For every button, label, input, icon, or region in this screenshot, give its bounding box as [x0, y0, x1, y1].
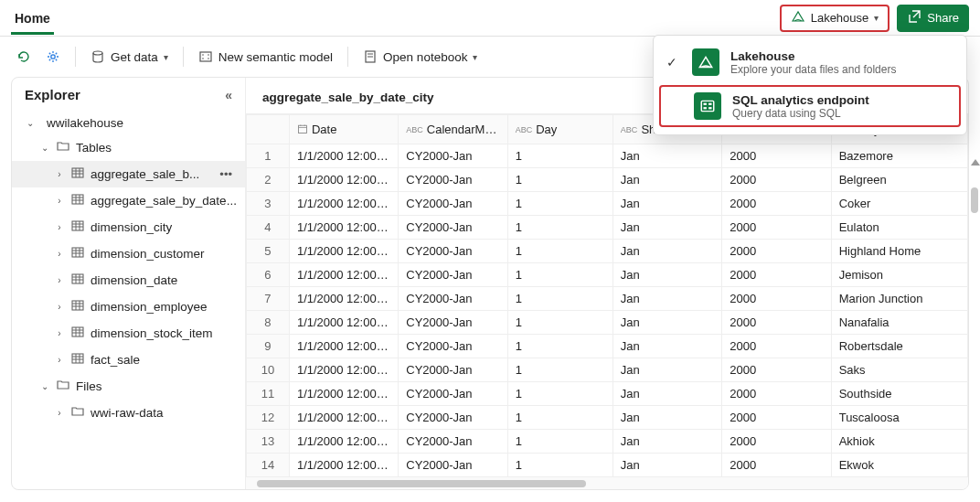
- caret-icon: ›: [54, 196, 65, 206]
- cell: CY2000-Jan: [399, 311, 507, 335]
- cell: Jan: [612, 406, 721, 430]
- cell: 1: [507, 430, 612, 454]
- tree-label: dimension_city: [91, 220, 172, 234]
- cell: 1/1/2000 12:00:0...: [289, 216, 398, 240]
- settings-button[interactable]: [46, 49, 60, 64]
- cell: CY2000-Jan: [399, 358, 507, 382]
- tree-label: Files: [76, 379, 102, 393]
- table-row[interactable]: 101/1/2000 12:00:0...CY2000-Jan1Jan2000S…: [247, 358, 968, 382]
- vertical-scrollbar[interactable]: [971, 159, 978, 269]
- table-row[interactable]: 131/1/2000 12:00:0...CY2000-Jan1Jan2000A…: [247, 430, 968, 454]
- refresh-button[interactable]: [16, 49, 31, 64]
- svg-rect-30: [72, 248, 83, 257]
- scroll-thumb[interactable]: [971, 187, 978, 213]
- row-number: 8: [247, 311, 290, 335]
- svg-point-5: [51, 55, 55, 59]
- cell: 2000: [722, 382, 831, 406]
- cell: Jan: [612, 430, 721, 454]
- row-number: 7: [247, 287, 290, 311]
- cell: 1/1/2000 12:00:0...: [289, 335, 398, 358]
- table-row[interactable]: 21/1/2000 12:00:0...CY2000-Jan1Jan2000Be…: [247, 168, 968, 192]
- cell: 1: [507, 287, 612, 311]
- svg-rect-40: [72, 301, 83, 310]
- table-row[interactable]: 41/1/2000 12:00:0...CY2000-Jan1Jan2000Eu…: [247, 216, 968, 240]
- table-row[interactable]: 81/1/2000 12:00:0...CY2000-Jan1Jan2000Na…: [247, 311, 968, 335]
- collapse-sidebar-button[interactable]: «: [225, 88, 232, 102]
- rownum-header: [247, 115, 290, 144]
- caret-icon: ⌄: [39, 381, 50, 391]
- table-row[interactable]: 71/1/2000 12:00:0...CY2000-Jan1Jan2000Ma…: [247, 287, 968, 311]
- table-row[interactable]: 11/1/2000 12:00:0...CY2000-Jan1Jan2000Ba…: [247, 144, 968, 168]
- dropdown-item-sql-endpoint[interactable]: SQL analytics endpoint Query data using …: [659, 85, 961, 127]
- cell: Akhiok: [831, 430, 967, 454]
- tree-label: Tables: [76, 141, 112, 155]
- column-header[interactable]: abcCalendarMo...: [399, 115, 507, 144]
- sql-tile-icon: [694, 92, 721, 120]
- table-row[interactable]: 111/1/2000 12:00:0...CY2000-Jan1Jan2000S…: [247, 382, 968, 406]
- tree-item[interactable]: ›fact_sale: [12, 347, 245, 373]
- table-row[interactable]: 91/1/2000 12:00:0...CY2000-Jan1Jan2000Ro…: [247, 335, 968, 358]
- cell: 1: [507, 311, 612, 335]
- column-header[interactable]: Date: [289, 115, 398, 144]
- tree-label: dimension_date: [91, 273, 177, 287]
- tree-item[interactable]: ›aggregate_sale_by_date...: [12, 187, 245, 214]
- svg-rect-55: [298, 125, 306, 133]
- tree-item[interactable]: ›dimension_date: [12, 267, 245, 294]
- caret-icon: ›: [54, 222, 65, 232]
- tree-item[interactable]: ›dimension_city: [12, 214, 245, 240]
- row-number: 2: [247, 168, 290, 192]
- cell: 1: [507, 335, 612, 358]
- row-number: 14: [247, 454, 290, 477]
- tree-item[interactable]: ⌄Files: [12, 373, 245, 400]
- new-semantic-model-button[interactable]: New semantic model: [198, 49, 333, 64]
- model-icon: [198, 49, 213, 64]
- open-notebook-button[interactable]: Open notebook ▾: [363, 49, 477, 64]
- caret-icon: ›: [54, 328, 65, 338]
- get-data-button[interactable]: Get data ▾: [91, 49, 168, 64]
- share-button[interactable]: Share: [897, 5, 969, 32]
- horizontal-scrollbar[interactable]: [246, 476, 968, 489]
- separator: [347, 47, 348, 67]
- cell: Belgreen: [831, 168, 967, 192]
- tree-item[interactable]: ›dimension_employee: [12, 294, 245, 320]
- cell: Jemison: [831, 263, 967, 287]
- tree-icon: [70, 192, 85, 209]
- table-row[interactable]: 141/1/2000 12:00:0...CY2000-Jan1Jan2000E…: [247, 454, 968, 477]
- table-row[interactable]: 61/1/2000 12:00:0...CY2000-Jan1Jan2000Je…: [247, 263, 968, 287]
- tree-item[interactable]: ⌄Tables: [12, 134, 245, 161]
- share-icon: [907, 9, 921, 27]
- table-title: aggregate_sale_by_date_city: [262, 91, 434, 104]
- cell: CY2000-Jan: [399, 216, 507, 240]
- cell: 1/1/2000 12:00:0...: [289, 240, 398, 263]
- dropdown-item-lakehouse[interactable]: ✓ Lakehouse Explore your data files and …: [654, 41, 966, 83]
- tab-home[interactable]: Home: [11, 2, 54, 35]
- table-row[interactable]: 121/1/2000 12:00:0...CY2000-Jan1Jan2000T…: [247, 406, 968, 430]
- dropdown-item-sub: Explore your data files and folders: [730, 63, 896, 76]
- cell: 1: [507, 192, 612, 216]
- cell: 1: [507, 240, 612, 263]
- tree-icon: [56, 139, 70, 156]
- cell: CY2000-Jan: [399, 406, 507, 430]
- column-header[interactable]: abcDay: [507, 115, 612, 144]
- cell: Jan: [612, 192, 721, 216]
- cell: 1/1/2000 12:00:0...: [289, 263, 398, 287]
- tree-label: fact_sale: [91, 353, 140, 367]
- cell: CY2000-Jan: [399, 192, 507, 216]
- tree-item[interactable]: ›wwi-raw-data: [12, 400, 245, 426]
- svg-rect-35: [72, 274, 83, 283]
- cell: Jan: [612, 144, 721, 168]
- tree-item[interactable]: ⌄wwilakehouse: [12, 112, 245, 134]
- table-row[interactable]: 31/1/2000 12:00:0...CY2000-Jan1Jan2000Co…: [247, 192, 968, 216]
- tree-item[interactable]: ›dimension_customer: [12, 240, 245, 267]
- more-button[interactable]: •••: [219, 167, 238, 181]
- tree-item[interactable]: ›dimension_stock_item: [12, 320, 245, 347]
- cell: 2000: [722, 454, 831, 477]
- scroll-up-arrow-icon[interactable]: [971, 159, 980, 166]
- tree-icon: [70, 166, 85, 183]
- table-row[interactable]: 51/1/2000 12:00:0...CY2000-Jan1Jan2000Hi…: [247, 240, 968, 263]
- tree-item[interactable]: ›aggregate_sale_b...•••: [12, 161, 245, 187]
- tree-label: aggregate_sale_b...: [91, 167, 199, 181]
- caret-icon: ›: [54, 408, 65, 418]
- scroll-thumb[interactable]: [257, 480, 586, 487]
- lakehouse-mode-button[interactable]: Lakehouse ▾: [780, 5, 890, 32]
